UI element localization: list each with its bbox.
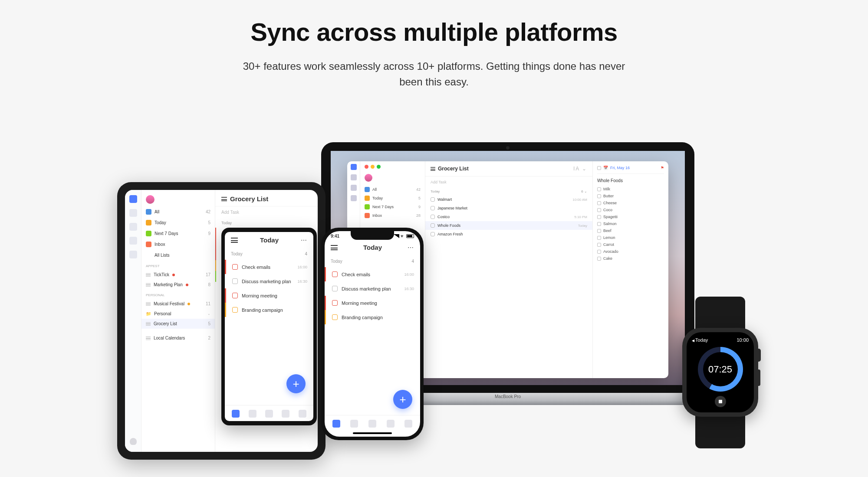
mac-task-row[interactable]: Japanese Market (425, 204, 592, 212)
chevron-down-icon[interactable]: ⌄ (207, 312, 210, 316)
tab-tasks-icon[interactable] (332, 420, 340, 428)
sidebar-item[interactable]: 📁 Personal ⌄ (141, 309, 215, 319)
tab-tasks-icon[interactable] (232, 410, 240, 418)
hamburger-icon[interactable] (331, 245, 338, 250)
rail-calendar-icon[interactable] (351, 174, 357, 180)
subtask-row[interactable]: Butter (597, 193, 664, 199)
checkbox-icon[interactable] (332, 314, 338, 320)
checkbox-icon[interactable] (597, 166, 601, 170)
checkbox-icon[interactable] (232, 278, 238, 284)
more-icon[interactable]: ⋯ (408, 244, 414, 251)
mac-user-avatar[interactable] (360, 172, 425, 183)
sidebar-item[interactable]: All 42 (141, 206, 215, 217)
mac-task-row[interactable]: Costco 5:10 PM (425, 212, 592, 221)
checkbox-icon[interactable] (597, 201, 601, 205)
checkbox-icon[interactable] (597, 215, 601, 219)
sidebar-item[interactable]: All Lists (141, 250, 215, 261)
mac-nav-item[interactable]: Today 5 (360, 194, 425, 203)
checkbox-icon[interactable] (332, 271, 338, 277)
sidebar-item-local-calendars[interactable]: Local Calendars 2 (141, 333, 215, 343)
checkbox-icon[interactable] (431, 197, 435, 202)
add-task-fab[interactable]: + (393, 390, 412, 409)
subtask-row[interactable]: Cheese (597, 199, 664, 206)
sidebar-item[interactable]: Marketing Plan 8 (141, 280, 215, 290)
hamburger-icon[interactable] (221, 197, 227, 201)
tab-settings-icon[interactable] (299, 410, 306, 418)
checkbox-icon[interactable] (431, 232, 435, 236)
rail-search-icon[interactable] (129, 237, 137, 245)
subtask-row[interactable]: Beef (597, 227, 664, 234)
tab-settings-icon[interactable] (404, 420, 412, 428)
subtask-row[interactable]: Carrot (597, 241, 664, 248)
task-row[interactable]: Morning meeting (325, 296, 420, 310)
checkbox-icon[interactable] (431, 223, 435, 228)
checkbox-icon[interactable] (597, 257, 601, 261)
subtask-row[interactable]: Spagetti (597, 213, 664, 220)
sidebar-item[interactable]: TickTick 17 (141, 270, 215, 280)
subtask-row[interactable]: Avocado (597, 248, 664, 255)
task-row[interactable]: Branding campaign (325, 310, 420, 324)
watch-back-button[interactable]: Today (692, 337, 708, 343)
mac-section-count[interactable]: 6 ⌄ (581, 189, 587, 193)
checkbox-icon[interactable] (597, 187, 601, 191)
checkbox-icon[interactable] (597, 243, 601, 247)
checkbox-icon[interactable] (332, 300, 338, 306)
sidebar-item[interactable]: Next 7 Days 9 (141, 228, 215, 239)
more-icon[interactable]: ⋯ (301, 237, 307, 244)
checkbox-icon[interactable] (232, 264, 238, 270)
mac-task-row[interactable]: Amazon Fresh (425, 230, 592, 238)
tab-habit-icon[interactable] (282, 410, 289, 418)
watch-stop-button[interactable] (715, 396, 726, 407)
rail-check-icon[interactable] (129, 195, 137, 203)
task-row[interactable]: Check emails 16:00 (325, 267, 420, 281)
tab-pomo-icon[interactable] (368, 420, 376, 428)
checkbox-icon[interactable] (431, 215, 435, 219)
mac-task-row[interactable]: Whole Foods Today (425, 221, 592, 230)
checkbox-icon[interactable] (597, 236, 601, 240)
tab-calendar-icon[interactable] (249, 410, 256, 418)
rail-habit-icon[interactable] (351, 195, 357, 201)
tab-pomo-icon[interactable] (265, 410, 273, 418)
flag-icon[interactable]: ⚑ (661, 166, 664, 170)
checkbox-icon[interactable] (332, 286, 338, 291)
tab-calendar-icon[interactable] (350, 420, 358, 428)
subtask-row[interactable]: Lemon (597, 234, 664, 241)
sidebar-item[interactable]: Grocery List 5 (141, 319, 215, 329)
tab-habit-icon[interactable] (387, 420, 395, 428)
subtask-row[interactable]: Salmon (597, 220, 664, 227)
rail-calendar-icon[interactable] (129, 209, 137, 217)
sidebar-item[interactable]: Today 5 (141, 217, 215, 228)
mac-nav-item[interactable]: All 42 (360, 185, 425, 194)
task-row[interactable]: Branding campaign (225, 303, 313, 317)
mac-nav-item[interactable]: Inbox 28 (360, 211, 425, 220)
hamburger-icon[interactable] (431, 167, 435, 171)
checkbox-icon[interactable] (232, 293, 238, 298)
checkbox-icon[interactable] (597, 250, 601, 254)
mac-header-menu[interactable]: IA ⌄ (573, 166, 587, 172)
calendar-icon[interactable]: 📅 (603, 166, 608, 170)
subtask-row[interactable]: Milk (597, 186, 664, 193)
rail-settings-icon[interactable] (129, 251, 137, 258)
mac-add-task-input[interactable]: Add Task (425, 176, 592, 188)
rail-habit-icon[interactable] (129, 223, 137, 231)
ipad-user-avatar[interactable] (141, 193, 215, 206)
mac-nav-item[interactable]: Next 7 Days 9 (360, 203, 425, 211)
checkbox-icon[interactable] (597, 208, 601, 212)
checkbox-icon[interactable] (597, 222, 601, 226)
task-row[interactable]: Morning meeting (225, 288, 313, 303)
checkbox-icon[interactable] (232, 307, 238, 313)
rail-check-icon[interactable] (351, 164, 357, 170)
sidebar-item[interactable]: Musical Festival 11 (141, 299, 215, 309)
add-task-fab[interactable]: + (286, 374, 306, 393)
ipad-add-task-input[interactable]: Add Task (215, 206, 318, 218)
rail-search-icon[interactable] (351, 185, 357, 191)
checkbox-icon[interactable] (431, 206, 435, 210)
task-row[interactable]: Discuss marketing plan 16:30 (325, 281, 420, 296)
subtask-row[interactable]: Coco (597, 206, 664, 213)
hamburger-icon[interactable] (231, 238, 238, 243)
sidebar-item[interactable]: Inbox (141, 239, 215, 250)
task-row[interactable]: Discuss marketing plan 16:30 (225, 274, 313, 288)
checkbox-icon[interactable] (597, 229, 601, 233)
checkbox-icon[interactable] (597, 194, 601, 198)
task-row[interactable]: Check emails 16:00 (225, 260, 313, 274)
